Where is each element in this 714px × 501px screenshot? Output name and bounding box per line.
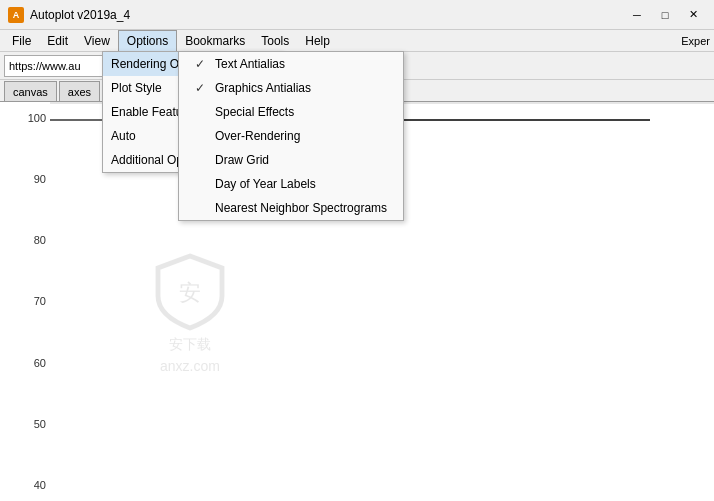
day-of-year-check [195,177,211,191]
menu-options[interactable]: Options [118,30,177,52]
y-label-70: 70 [4,295,46,307]
menu-edit[interactable]: Edit [39,30,76,52]
menu-text-antialias[interactable]: ✓ Text Antialias [179,52,403,76]
maximize-button[interactable]: □ [652,5,678,25]
y-label-60: 60 [4,357,46,369]
rendering-options-submenu: ✓ Text Antialias ✓ Graphics Antialias Sp… [178,51,404,221]
title-bar-left: A Autoplot v2019a_4 [8,7,130,23]
menu-draw-grid[interactable]: Draw Grid [179,148,403,172]
tab-canvas[interactable]: canvas [4,81,57,101]
text-antialias-check: ✓ [195,57,211,71]
exper-label: Exper [681,35,710,47]
special-effects-check [195,105,211,119]
menu-over-rendering[interactable]: Over-Rendering [179,124,403,148]
menu-view[interactable]: View [76,30,118,52]
window-title: Autoplot v2019a_4 [30,8,130,22]
y-label-50: 50 [4,418,46,430]
menu-tools[interactable]: Tools [253,30,297,52]
menu-bookmarks[interactable]: Bookmarks [177,30,253,52]
menu-special-effects[interactable]: Special Effects [179,100,403,124]
title-controls: ─ □ ✕ [624,5,706,25]
y-label-40: 40 [4,479,46,491]
draw-grid-check [195,153,211,167]
y-axis: 100 90 80 70 60 50 40 [0,102,50,501]
y-label-100: 100 [4,112,46,124]
menu-help[interactable]: Help [297,30,338,52]
nearest-neighbor-check [195,201,211,215]
tab-axes[interactable]: axes [59,81,100,101]
minimize-button[interactable]: ─ [624,5,650,25]
menu-nearest-neighbor[interactable]: Nearest Neighbor Spectrograms [179,196,403,220]
close-button[interactable]: ✕ [680,5,706,25]
menu-bar: File Edit View Options Bookmarks Tools H… [0,30,714,52]
graphics-antialias-check: ✓ [195,81,211,95]
menu-day-of-year[interactable]: Day of Year Labels [179,172,403,196]
title-bar: A Autoplot v2019a_4 ─ □ ✕ [0,0,714,30]
over-rendering-check [195,129,211,143]
menu-file[interactable]: File [4,30,39,52]
y-label-80: 80 [4,234,46,246]
app-icon: A [8,7,24,23]
y-label-90: 90 [4,173,46,185]
menu-graphics-antialias[interactable]: ✓ Graphics Antialias [179,76,403,100]
